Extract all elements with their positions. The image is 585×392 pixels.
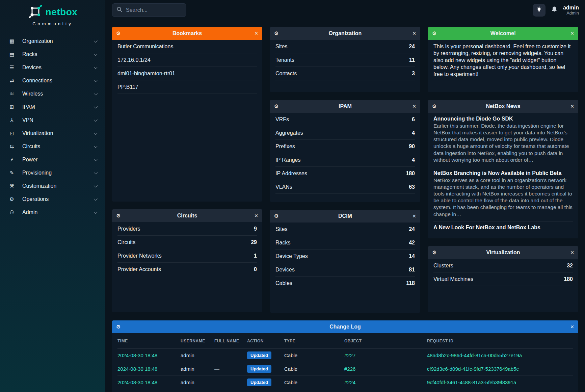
bookmark-link[interactable]: Butler Communications — [117, 40, 257, 53]
widget-config-icon[interactable]: ⚙ — [432, 250, 436, 256]
changelog-time-link[interactable]: 2024-08-30 18:48 — [117, 380, 181, 385]
sidebar-item-icon: ⚙ — [8, 196, 16, 202]
notifications-button[interactable] — [551, 6, 558, 15]
changelog-request-id-link[interactable]: 48ad8b2c-986d-44fd-81ca-00d55b27e19a — [427, 352, 573, 358]
stat-label-link[interactable]: Devices — [275, 267, 295, 273]
stat-row: Cables 118 — [275, 277, 415, 290]
widget-config-icon[interactable]: ⚙ — [274, 103, 278, 109]
sidebar-item[interactable]: ⚙ Operations — [0, 192, 105, 206]
widget-close-icon[interactable]: ✕ — [412, 213, 416, 219]
changelog-fullname: — — [214, 380, 247, 385]
widget-config-icon[interactable]: ⚙ — [432, 103, 436, 109]
sidebar-item-label: Provisioning — [22, 170, 94, 176]
news-item-title-link[interactable]: Announcing the Diode Go SDK — [433, 116, 573, 122]
widget-bookmarks: ⚙ Bookmarks ✕ Butler Communications 172.… — [112, 27, 262, 202]
widget-config-icon[interactable]: ⚙ — [274, 213, 278, 219]
chevron-down-icon — [94, 157, 98, 161]
sidebar-item[interactable]: ⚇ Admin — [0, 206, 105, 219]
stat-label-link[interactable]: Virtual Machines — [433, 276, 473, 282]
sidebar-item[interactable]: ⚡ Power — [0, 153, 105, 166]
chevron-down-icon — [94, 144, 98, 148]
widget-title: Circuits — [112, 213, 262, 219]
changelog-action: Updated — [247, 351, 284, 359]
sidebar-item[interactable]: ⊞ IPAM — [0, 100, 105, 113]
changelog-time-link[interactable]: 2024-08-30 18:48 — [117, 366, 181, 372]
user-role: Admin — [563, 10, 579, 16]
theme-toggle-button[interactable] — [533, 4, 546, 17]
news-item: NetBox Branching is Now Available in Pub… — [433, 167, 573, 221]
sidebar-item[interactable]: ⚒ Customization — [0, 179, 105, 192]
widget-close-icon[interactable]: ✕ — [412, 31, 416, 36]
stat-value: 11 — [409, 57, 415, 63]
search-input[interactable] — [126, 7, 177, 13]
sidebar-item-label: Virtualization — [22, 130, 94, 136]
widget-config-icon[interactable]: ⚙ — [116, 324, 121, 330]
changelog-object-link[interactable]: #227 — [344, 352, 427, 358]
widget-close-icon[interactable]: ✕ — [570, 324, 574, 330]
changelog-rows: 2024-08-30 18:48 admin — Updated Cable #… — [117, 349, 573, 392]
stat-label-link[interactable]: Provider Networks — [117, 253, 162, 259]
bookmark-link[interactable]: PP:B117 — [117, 80, 257, 94]
widget-config-icon[interactable]: ⚙ — [432, 30, 436, 36]
news-item-title-link[interactable]: NetBox Branching is Now Available in Pub… — [433, 170, 573, 176]
sidebar-item-label: Customization — [22, 183, 94, 189]
bookmark-label: 172.16.0.1/24 — [117, 57, 151, 63]
widget-close-icon[interactable]: ✕ — [254, 213, 258, 218]
widget-close-icon[interactable]: ✕ — [412, 104, 416, 109]
stat-label-link[interactable]: VLANs — [275, 184, 292, 190]
stat-label-link[interactable]: Prefixes — [275, 143, 295, 150]
stat-label-link[interactable]: IP Ranges — [275, 157, 300, 163]
widget-close-icon[interactable]: ✕ — [570, 31, 574, 36]
stat-value: 180 — [564, 276, 573, 282]
widget-organization: ⚙ Organization ✕ Sites 24 Tenants 11 Con… — [270, 27, 420, 92]
user-menu[interactable]: admin Admin — [563, 5, 579, 16]
changelog-fullname: — — [214, 352, 247, 358]
stat-row: Provider Networks 1 — [117, 249, 257, 263]
changelog-request-id-link[interactable]: 9cf40fdf-3461-4c88-81a3-5feb39f8391a — [427, 380, 573, 385]
changelog-request-id-link[interactable]: cf92d3e6-d09d-41fc-9fd7-52337649ab5c — [427, 366, 573, 372]
sidebar-item[interactable]: ⇄ Connections — [0, 74, 105, 87]
news-item-title-link[interactable]: A New Look For NetBox and NetBox Labs — [433, 225, 573, 231]
stat-label-link[interactable]: Contacts — [275, 71, 297, 77]
stat-label-link[interactable]: Providers — [117, 226, 140, 232]
stat-label-link[interactable]: IP Addresses — [275, 171, 307, 177]
changelog-action: Updated — [247, 365, 284, 373]
brand[interactable]: netbox Community — [0, 0, 105, 26]
widget-config-icon[interactable]: ⚙ — [116, 213, 121, 219]
widget-config-icon[interactable]: ⚙ — [116, 30, 121, 36]
stat-label-link[interactable]: Cables — [275, 280, 292, 286]
bookmark-link[interactable]: dmi01-binghamton-rtr01 — [117, 67, 257, 80]
stat-row: Circuits 29 — [117, 236, 257, 249]
search-box[interactable] — [112, 3, 186, 17]
stat-label-link[interactable]: Racks — [275, 240, 290, 246]
stat-label-link[interactable]: VRFs — [275, 116, 289, 123]
sidebar-item[interactable]: ≋ Wireless — [0, 87, 105, 100]
sidebar-item[interactable]: ▦ Organization — [0, 34, 105, 48]
widget-close-icon[interactable]: ✕ — [570, 104, 574, 109]
widget-close-icon[interactable]: ✕ — [570, 250, 574, 255]
sidebar-item[interactable]: ▤ Racks — [0, 48, 105, 61]
changelog-object-link[interactable]: #226 — [344, 366, 427, 372]
stat-label-link[interactable]: Aggregates — [275, 130, 303, 136]
widget-close-icon[interactable]: ✕ — [254, 31, 258, 36]
sidebar-item[interactable]: ⊡ Virtualization — [0, 127, 105, 140]
changelog-time-link[interactable]: 2024-08-30 18:48 — [117, 352, 181, 358]
sidebar-item[interactable]: ⇆ Circuits — [0, 140, 105, 153]
changelog-type: Cable — [284, 380, 344, 385]
stat-label-link[interactable]: Sites — [275, 44, 288, 50]
changelog-object-link[interactable]: #224 — [344, 380, 427, 385]
widget-config-icon[interactable]: ⚙ — [274, 30, 278, 36]
stat-label-link[interactable]: Provider Accounts — [117, 266, 161, 272]
bookmark-link[interactable]: 172.16.0.1/24 — [117, 53, 257, 67]
stat-value: 29 — [251, 239, 257, 245]
sidebar-item[interactable]: ✎ Provisioning — [0, 166, 105, 179]
sidebar-item[interactable]: ⅄ VPN — [0, 113, 105, 127]
stat-label-link[interactable]: Tenants — [275, 57, 294, 63]
stat-label-link[interactable]: Clusters — [433, 263, 453, 269]
stat-label-link[interactable]: Device Types — [275, 253, 308, 259]
stat-label-link[interactable]: Circuits — [117, 239, 135, 245]
sidebar-item[interactable]: ☰ Devices — [0, 61, 105, 74]
sidebar-item-label: Wireless — [22, 91, 94, 97]
chevron-down-icon — [94, 117, 98, 121]
stat-label-link[interactable]: Sites — [275, 226, 288, 232]
